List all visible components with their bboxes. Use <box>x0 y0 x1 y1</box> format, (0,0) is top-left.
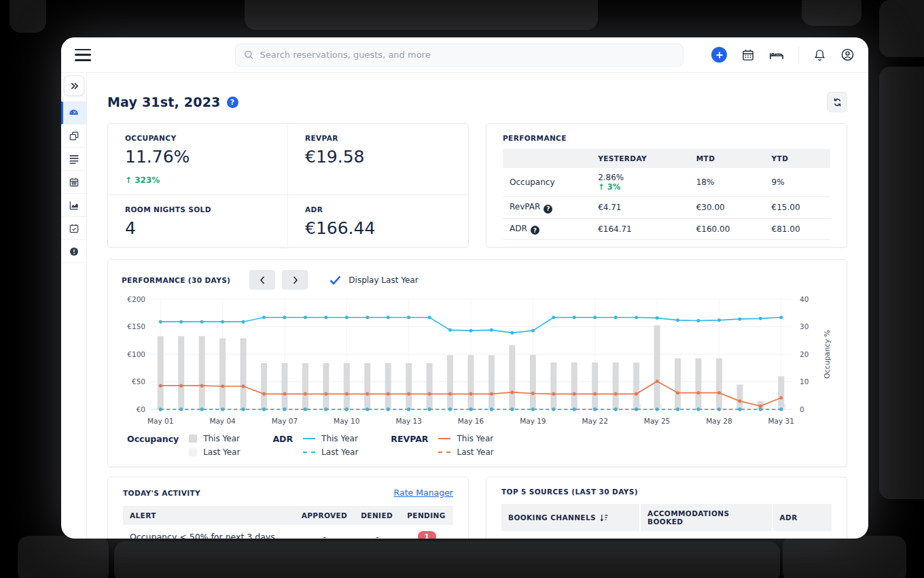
background-shape <box>10 0 46 33</box>
sidebar-item-bookings[interactable] <box>61 217 86 240</box>
checkbox-label: Display Last Year <box>349 275 418 285</box>
activity-table: ALERT APPROVED DENIED PENDING Occupancy … <box>123 506 453 539</box>
legend-item[interactable]: Last Year <box>189 447 240 457</box>
top-sources-card: TOP 5 SOURCES (LAST 30 DAYS) BOOKING CHA… <box>486 477 847 539</box>
rate-manager-link[interactable]: Rate Manager <box>394 488 453 498</box>
search-icon <box>244 50 253 60</box>
legend-item[interactable]: This Year <box>438 434 493 443</box>
denied-value: - <box>354 525 400 539</box>
background-shape <box>879 67 924 499</box>
chart-prev-button[interactable] <box>249 270 275 290</box>
booked-count-link[interactable]: 1 <box>640 531 772 539</box>
performance-table: YESTERDAY MTD YTD Occupancy 2.86%↑ 3% 18… <box>503 149 830 240</box>
alert-text: Occupancy < 50% for next 3 days <box>123 525 295 539</box>
sidebar-item-dashboard[interactable] <box>61 101 86 124</box>
legend-group-occupancy: Occupancy This Year Last Year <box>127 434 240 457</box>
background-shape <box>783 536 906 578</box>
svg-text:May 10: May 10 <box>334 417 359 425</box>
sources-title: TOP 5 SOURCES (LAST 30 DAYS) <box>501 488 832 496</box>
activity-title: TODAY'S ACTIVITY <box>123 489 200 497</box>
legend-group-name: ADR <box>272 434 293 457</box>
kpi-value: 11.76% <box>125 147 287 167</box>
background-shape <box>18 536 109 578</box>
approved-value: - <box>295 525 354 539</box>
help-icon[interactable]: ? <box>544 205 552 214</box>
sidebar-item-list[interactable] <box>61 148 86 171</box>
adr-value: €100.00 <box>772 531 832 539</box>
checkmark-icon <box>330 275 341 285</box>
sidebar-expand-button[interactable] <box>64 75 84 96</box>
refresh-button[interactable] <box>827 92 847 112</box>
sidebar-item-alerts[interactable] <box>61 240 86 263</box>
create-new-button[interactable] <box>711 47 727 63</box>
svg-text:May 31: May 31 <box>768 417 794 425</box>
app-window: May 31st, 2023 ? OCCUPANCY 11.76% ↑ 323%… <box>61 37 868 539</box>
svg-text:0: 0 <box>800 405 804 413</box>
notifications-button[interactable] <box>813 48 826 62</box>
rooms-button[interactable] <box>769 48 784 62</box>
calendar-check-icon <box>69 223 79 234</box>
legend-item[interactable]: This Year <box>303 434 358 443</box>
todays-activity-card: TODAY'S ACTIVITY Rate Manager ALERT APPR… <box>107 477 469 539</box>
sort-icon <box>600 514 608 522</box>
bell-icon <box>813 48 826 62</box>
table-row: Occupancy 2.86%↑ 3% 18% 9% <box>503 168 830 197</box>
table-row: Website/Booking Engine 1 €100.00 <box>501 531 832 539</box>
sources-table: BOOKING CHANNELS ACCOMMODATIONS BOOKED A… <box>501 504 832 539</box>
kpi-card: OCCUPANCY 11.76% ↑ 323% REVPAR €19.58 RO… <box>107 123 469 248</box>
svg-text:30: 30 <box>800 322 808 330</box>
performance-card: PERFORMANCE YESTERDAY MTD YTD Occupancy … <box>486 123 847 248</box>
kpi-label: REVPAR <box>305 134 468 142</box>
area-chart-icon <box>69 200 79 211</box>
sidebar-item-reports[interactable] <box>61 194 86 217</box>
help-icon[interactable]: ? <box>531 226 539 235</box>
chart-title: PERFORMANCE (30 DAYS) <box>122 276 230 284</box>
topbar-divider <box>798 46 799 64</box>
pending-badge[interactable]: 1 <box>418 531 436 539</box>
calendar-button[interactable] <box>741 48 755 62</box>
svg-text:€150: €150 <box>127 322 145 330</box>
user-avatar-icon <box>840 48 855 62</box>
chart-next-button[interactable] <box>282 270 308 290</box>
svg-text:May 01: May 01 <box>147 417 173 425</box>
background-shape <box>245 0 598 30</box>
cell-mtd: €30.00 <box>690 197 765 219</box>
column-header-sortable[interactable]: BOOKING CHANNELS <box>501 504 640 531</box>
refresh-icon <box>832 97 842 107</box>
svg-text:May 25: May 25 <box>644 417 670 425</box>
bed-icon <box>769 48 784 62</box>
bar-swatch <box>189 448 197 456</box>
legend-item[interactable]: This Year <box>189 434 240 443</box>
legend-item[interactable]: Last Year <box>303 447 358 457</box>
row-label: Occupancy <box>503 168 591 197</box>
kpi-value: 4 <box>125 218 287 238</box>
hamburger-menu-button[interactable] <box>75 49 91 61</box>
display-last-year-checkbox[interactable]: Display Last Year <box>330 275 418 285</box>
account-button[interactable] <box>840 48 855 62</box>
line-swatch <box>438 438 450 439</box>
chevron-left-icon <box>260 276 266 284</box>
chart-legend: Occupancy This Year Last Year ADR This Y… <box>127 434 833 457</box>
page-help-icon[interactable]: ? <box>227 97 238 108</box>
kpi-value: €19.58 <box>305 147 468 167</box>
table-row: Occupancy < 50% for next 3 days - - 1 <box>123 525 453 539</box>
background-shape <box>114 541 780 578</box>
cell-ytd: 9% <box>765 168 830 197</box>
cell-ytd: €15.00 <box>765 197 830 219</box>
legend-item[interactable]: Last Year <box>438 447 493 457</box>
svg-text:€0: €0 <box>137 405 145 413</box>
kpi-value: €166.44 <box>305 218 468 238</box>
sidebar-item-calendar[interactable] <box>61 171 86 194</box>
column-header: ADR <box>772 504 832 531</box>
search-input[interactable] <box>260 50 675 60</box>
calendar-grid-icon <box>69 177 79 188</box>
cell-ytd: €81.00 <box>765 218 830 240</box>
column-header: MTD <box>690 149 765 168</box>
row-label: ADR? <box>503 218 591 240</box>
column-header: DENIED <box>354 506 400 525</box>
global-search[interactable] <box>235 44 683 67</box>
performance-title: PERFORMANCE <box>503 134 830 142</box>
sidebar-item-reservations[interactable] <box>61 124 86 148</box>
legend-group-name: Occupancy <box>127 434 179 457</box>
dashed-line-swatch <box>438 452 450 453</box>
